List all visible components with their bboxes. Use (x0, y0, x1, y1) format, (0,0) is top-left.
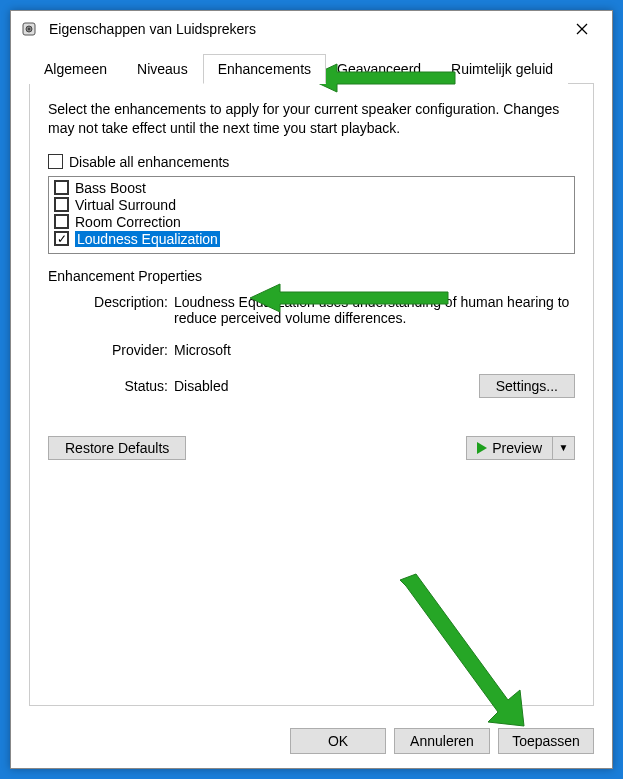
properties-window: Eigenschappen van Luidsprekers Algemeen … (10, 10, 613, 769)
close-button[interactable] (562, 14, 602, 44)
list-item-label: Bass Boost (75, 180, 146, 196)
list-checkbox[interactable] (54, 197, 69, 212)
tab-geavanceerd[interactable]: Geavanceerd (322, 54, 436, 84)
svg-point-2 (28, 28, 30, 30)
speaker-icon (21, 20, 39, 38)
tab-niveaus[interactable]: Niveaus (122, 54, 203, 84)
tab-ruimtelijk-geluid[interactable]: Ruimtelijk geluid (436, 54, 568, 84)
list-item[interactable]: Virtual Surround (54, 197, 569, 213)
provider-label: Provider: (48, 342, 168, 358)
dialog-footer: OK Annuleren Toepassen (11, 716, 612, 768)
status-label: Status: (48, 378, 168, 394)
tab-panel-enhancements: Select the enhancements to apply for you… (29, 84, 594, 706)
status-value: Disabled (174, 378, 479, 394)
settings-button[interactable]: Settings... (479, 374, 575, 398)
tab-strip: Algemeen Niveaus Enhancements Geavanceer… (29, 53, 594, 84)
list-item-label: Virtual Surround (75, 197, 176, 213)
list-item-label: Room Correction (75, 214, 181, 230)
disable-all-checkbox[interactable] (48, 154, 63, 169)
tab-enhancements[interactable]: Enhancements (203, 54, 326, 84)
close-icon (576, 23, 588, 35)
list-checkbox[interactable] (54, 180, 69, 195)
list-item-label: Loudness Equalization (75, 231, 220, 247)
status-row: Status: Disabled (48, 378, 479, 394)
properties-header: Enhancement Properties (48, 268, 575, 284)
window-title: Eigenschappen van Luidsprekers (49, 21, 562, 37)
preview-dropdown[interactable]: ▼ (553, 436, 575, 460)
cancel-button[interactable]: Annuleren (394, 728, 490, 754)
list-item[interactable]: Bass Boost (54, 180, 569, 196)
apply-button[interactable]: Toepassen (498, 728, 594, 754)
list-item[interactable]: Loudness Equalization (54, 231, 569, 247)
restore-defaults-button[interactable]: Restore Defaults (48, 436, 186, 460)
list-checkbox[interactable] (54, 231, 69, 246)
preview-button[interactable]: Preview (466, 436, 553, 460)
disable-all-label: Disable all enhancements (69, 154, 229, 170)
description-label: Description: (48, 294, 168, 326)
description-value: Loudness Equalization uses understanding… (174, 294, 575, 326)
preview-label: Preview (492, 440, 542, 456)
disable-all-row[interactable]: Disable all enhancements (48, 154, 575, 170)
ok-button[interactable]: OK (290, 728, 386, 754)
list-checkbox[interactable] (54, 214, 69, 229)
intro-text: Select the enhancements to apply for you… (48, 100, 575, 138)
tab-algemeen[interactable]: Algemeen (29, 54, 122, 84)
list-item[interactable]: Room Correction (54, 214, 569, 230)
provider-value: Microsoft (174, 342, 575, 358)
provider-row: Provider: Microsoft (48, 342, 575, 358)
description-row: Description: Loudness Equalization uses … (48, 294, 575, 326)
titlebar: Eigenschappen van Luidsprekers (11, 11, 612, 47)
enhancements-list: Bass Boost Virtual Surround Room Correct… (48, 176, 575, 254)
play-icon (477, 442, 487, 454)
